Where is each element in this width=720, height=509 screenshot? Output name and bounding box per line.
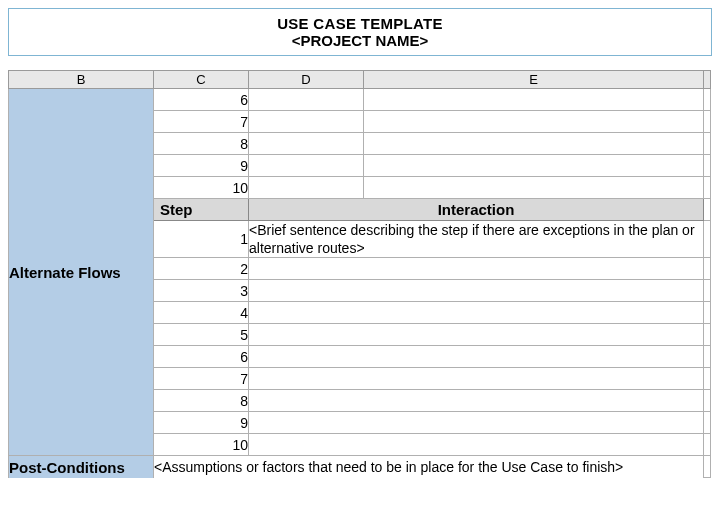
col-header-C[interactable]: C bbox=[154, 71, 249, 89]
col-header-D[interactable]: D bbox=[249, 71, 364, 89]
cell[interactable] bbox=[249, 89, 364, 111]
cell[interactable] bbox=[249, 111, 364, 133]
cell-edge bbox=[704, 456, 711, 478]
cell-edge bbox=[704, 434, 711, 456]
cell-edge bbox=[704, 221, 711, 258]
cell-edge bbox=[704, 368, 711, 390]
subheader-step[interactable]: Step bbox=[154, 199, 249, 221]
step-num[interactable]: 7 bbox=[154, 111, 249, 133]
side-label-alternate-flows[interactable]: Alternate Flows bbox=[9, 89, 154, 456]
cell-edge bbox=[704, 199, 711, 221]
interaction-cell[interactable]: <Brief sentence describing the step if t… bbox=[249, 221, 704, 258]
cell-edge bbox=[704, 302, 711, 324]
subheader-interaction[interactable]: Interaction bbox=[249, 199, 704, 221]
step-num[interactable]: 2 bbox=[154, 258, 249, 280]
cell-edge bbox=[704, 280, 711, 302]
cell-edge bbox=[704, 155, 711, 177]
title-line1: USE CASE TEMPLATE bbox=[9, 15, 711, 32]
title-box: USE CASE TEMPLATE <PROJECT NAME> bbox=[8, 8, 712, 56]
cell[interactable] bbox=[364, 111, 704, 133]
cell-edge bbox=[704, 177, 711, 199]
step-num[interactable]: 10 bbox=[154, 434, 249, 456]
step-num[interactable]: 4 bbox=[154, 302, 249, 324]
interaction-cell[interactable] bbox=[249, 368, 704, 390]
cell[interactable] bbox=[249, 155, 364, 177]
step-num[interactable]: 6 bbox=[154, 346, 249, 368]
cell[interactable] bbox=[364, 155, 704, 177]
step-num[interactable]: 5 bbox=[154, 324, 249, 346]
cell[interactable] bbox=[364, 177, 704, 199]
interaction-cell[interactable] bbox=[249, 412, 704, 434]
interaction-cell[interactable] bbox=[249, 280, 704, 302]
interaction-cell[interactable] bbox=[249, 324, 704, 346]
title-line2: <PROJECT NAME> bbox=[9, 32, 711, 49]
side-label-post-conditions[interactable]: Post-Conditions bbox=[9, 456, 154, 478]
column-header-row: B C D E bbox=[9, 71, 711, 89]
step-num[interactable]: 9 bbox=[154, 412, 249, 434]
step-num[interactable]: 10 bbox=[154, 177, 249, 199]
col-edge bbox=[704, 71, 711, 89]
cell-edge bbox=[704, 390, 711, 412]
cell[interactable] bbox=[364, 133, 704, 155]
interaction-cell[interactable] bbox=[249, 434, 704, 456]
step-num[interactable]: 8 bbox=[154, 133, 249, 155]
interaction-cell[interactable] bbox=[249, 390, 704, 412]
cell-edge bbox=[704, 346, 711, 368]
spreadsheet-table: B C D E Alternate Flows 6 7 8 9 10 Step bbox=[8, 70, 711, 478]
col-header-E[interactable]: E bbox=[364, 71, 704, 89]
cell[interactable] bbox=[364, 89, 704, 111]
cell-edge bbox=[704, 133, 711, 155]
cell-edge bbox=[704, 412, 711, 434]
cell-edge bbox=[704, 324, 711, 346]
cell[interactable] bbox=[249, 177, 364, 199]
interaction-cell[interactable] bbox=[249, 346, 704, 368]
cell-edge bbox=[704, 89, 711, 111]
cell-edge bbox=[704, 111, 711, 133]
step-num[interactable]: 6 bbox=[154, 89, 249, 111]
table-row: Alternate Flows 6 bbox=[9, 89, 711, 111]
step-num[interactable]: 3 bbox=[154, 280, 249, 302]
step-num[interactable]: 9 bbox=[154, 155, 249, 177]
cell-edge bbox=[704, 258, 711, 280]
col-header-B[interactable]: B bbox=[9, 71, 154, 89]
post-conditions-cell[interactable]: <Assumptions or factors that need to be … bbox=[154, 456, 704, 478]
post-conditions-row: Post-Conditions <Assumptions or factors … bbox=[9, 456, 711, 478]
interaction-cell[interactable] bbox=[249, 302, 704, 324]
step-num[interactable]: 7 bbox=[154, 368, 249, 390]
interaction-cell[interactable] bbox=[249, 258, 704, 280]
step-num[interactable]: 1 bbox=[154, 221, 249, 258]
cell[interactable] bbox=[249, 133, 364, 155]
step-num[interactable]: 8 bbox=[154, 390, 249, 412]
